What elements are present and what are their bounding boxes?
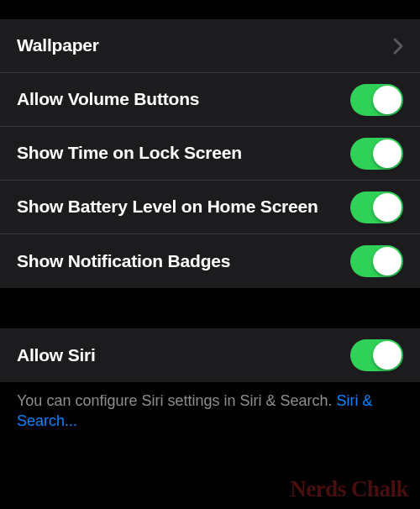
watermark-text: Nerds Chalk xyxy=(290,476,408,502)
settings-section-2: Allow Siri xyxy=(0,328,420,382)
show-battery-home-row: Show Battery Level on Home Screen xyxy=(0,181,420,234)
allow-volume-buttons-label: Allow Volume Buttons xyxy=(17,76,350,122)
toggle-knob-icon xyxy=(373,193,402,222)
show-time-lock-screen-toggle[interactable] xyxy=(350,138,403,170)
show-notification-badges-toggle[interactable] xyxy=(350,245,403,277)
toggle-knob-icon xyxy=(373,86,402,114)
show-notification-badges-row: Show Notification Badges xyxy=(0,234,420,288)
toggle-knob-icon xyxy=(373,247,402,275)
siri-footer-text: You can configure Siri settings in Siri … xyxy=(0,382,420,443)
allow-siri-toggle[interactable] xyxy=(350,339,403,371)
wallpaper-label: Wallpaper xyxy=(17,23,393,68)
show-time-lock-screen-row: Show Time on Lock Screen xyxy=(0,127,420,181)
allow-volume-buttons-toggle[interactable] xyxy=(350,84,403,116)
siri-footer-description: You can configure Siri settings in Siri … xyxy=(17,392,337,409)
show-battery-home-label: Show Battery Level on Home Screen xyxy=(17,184,350,229)
toggle-knob-icon xyxy=(373,341,402,370)
wallpaper-row[interactable]: Wallpaper xyxy=(0,19,420,73)
allow-siri-label: Allow Siri xyxy=(17,333,350,378)
settings-section-1: Wallpaper Allow Volume Buttons Show Time… xyxy=(0,19,420,288)
show-time-lock-screen-label: Show Time on Lock Screen xyxy=(17,130,350,176)
allow-volume-buttons-row: Allow Volume Buttons xyxy=(0,73,420,127)
allow-siri-row: Allow Siri xyxy=(0,328,420,382)
chevron-right-icon xyxy=(393,38,403,55)
show-notification-badges-label: Show Notification Badges xyxy=(17,239,350,284)
toggle-knob-icon xyxy=(373,139,402,168)
show-battery-home-toggle[interactable] xyxy=(350,192,403,223)
